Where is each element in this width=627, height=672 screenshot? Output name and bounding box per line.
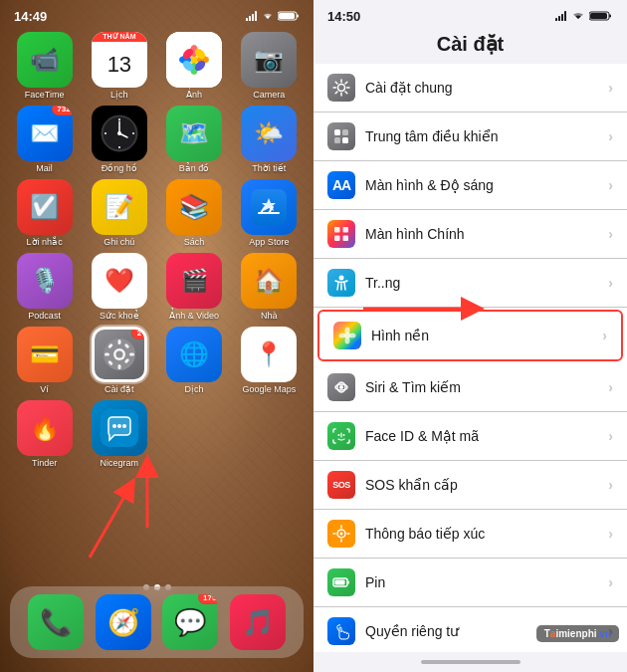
chevron-sos: › <box>608 477 613 493</box>
app-clock[interactable]: Đồng hồ <box>85 106 153 173</box>
svg-rect-66 <box>334 236 340 242</box>
app-photos[interactable]: Ảnh <box>160 32 229 100</box>
settings-item-siri[interactable]: Siri & Tìm kiếm › <box>314 363 627 412</box>
app-home[interactable]: 🏠 Nhà <box>235 253 304 321</box>
svg-rect-47 <box>564 11 566 21</box>
settings-item-accessibility[interactable]: Tr..ng › <box>314 259 627 308</box>
dock-music[interactable]: 🎵 <box>230 594 286 650</box>
app-appstore[interactable]: App Store <box>235 179 304 247</box>
left-phone-panel: 14:49 📹 FaceTime THỨ NĂM 13 Lịch <box>0 0 314 672</box>
settings-item-display[interactable]: AA Màn hình & Độ sáng › <box>314 161 627 210</box>
app-podcast[interactable]: 🎙️ Podcast <box>10 253 79 321</box>
svg-rect-32 <box>129 353 134 356</box>
chevron-exposure: › <box>608 526 613 542</box>
settings-icon-privacy <box>327 617 355 645</box>
battery-icon <box>278 11 300 21</box>
app-mail[interactable]: ✉️ 732 Mail <box>10 106 79 173</box>
settings-icon-faceid <box>327 422 355 450</box>
app-camera[interactable]: 📷 Camera <box>235 32 304 100</box>
settings-icon-exposure <box>327 520 355 548</box>
svg-point-76 <box>339 385 343 389</box>
settings-item-faceid[interactable]: Face ID & Mật mã › <box>314 412 627 461</box>
settings-list[interactable]: Cài đặt chung › Trung tâm điều khiển › A… <box>314 64 627 652</box>
svg-rect-63 <box>342 137 348 143</box>
siri-icon <box>332 378 350 396</box>
svg-rect-6 <box>297 15 299 18</box>
settings-gear-icon <box>103 337 136 371</box>
svg-rect-65 <box>343 227 349 233</box>
watermark: T a imienphi .vn <box>536 625 619 642</box>
svg-rect-44 <box>555 18 557 21</box>
exposure-icon <box>332 525 350 543</box>
dock-phone[interactable]: 📞 <box>28 594 84 650</box>
app-label-vi: Ví <box>40 384 49 394</box>
gear-icon <box>332 79 350 97</box>
app-translate[interactable]: 🌐 Dịch <box>160 327 229 394</box>
dock-messages[interactable]: 💬 175 <box>162 594 218 650</box>
app-vi[interactable]: 💳 Ví <box>10 327 79 394</box>
svg-point-20 <box>117 131 121 135</box>
face-id-icon <box>332 427 350 445</box>
settings-item-homescreen[interactable]: Màn hình Chính › <box>314 210 627 259</box>
settings-item-general[interactable]: Cài đặt chung › <box>314 64 627 112</box>
status-bar-left: 14:49 <box>0 0 314 28</box>
app-label-translate: Dịch <box>185 384 204 394</box>
app-anhvideo[interactable]: 🎬 Ảnh & Video <box>160 253 229 321</box>
dock-safari[interactable]: 🧭 <box>96 594 151 650</box>
settings-item-control[interactable]: Trung tâm điều khiển › <box>314 112 627 161</box>
app-weather[interactable]: 🌤️ Thời tiết <box>235 106 304 173</box>
app-nicegram[interactable]: Nicegram <box>85 400 153 468</box>
app-calendar[interactable]: THỨ NĂM 13 Lịch <box>85 32 153 100</box>
settings-item-exposure[interactable]: Thông báo tiếp xúc › <box>314 510 627 559</box>
chevron-homescreen: › <box>608 226 613 242</box>
svg-line-57 <box>345 92 347 94</box>
svg-rect-2 <box>252 14 254 21</box>
svg-point-38 <box>112 424 116 428</box>
watermark-tld: .vn <box>597 628 611 639</box>
app-label-nicegram: Nicegram <box>101 458 139 468</box>
status-icons-left <box>246 11 300 21</box>
app-books[interactable]: 📚 Sách <box>160 179 229 247</box>
flower-icon <box>338 327 356 344</box>
label-exposure: Thông báo tiếp xúc <box>365 526 608 542</box>
app-settings[interactable]: 2 Cài đặt <box>85 327 153 394</box>
chevron-general: › <box>608 80 613 96</box>
svg-line-59 <box>345 82 347 84</box>
svg-point-40 <box>122 424 126 428</box>
svg-rect-31 <box>104 353 109 356</box>
right-phone-panel: 14:50 Cài đặt Cài đặt chung › <box>314 0 627 672</box>
chevron-accessibility: › <box>608 275 613 291</box>
settings-item-wallpaper[interactable]: Hình nền › <box>317 310 623 361</box>
app-reminder[interactable]: ☑️ Lời nhắc <box>10 179 79 247</box>
settings-header: Cài đặt <box>314 28 627 64</box>
settings-item-battery[interactable]: Pin › <box>314 559 627 607</box>
settings-icon-accessibility <box>327 269 355 297</box>
settings-item-sos[interactable]: SOS SOS khẩn cấp › <box>314 461 627 510</box>
appstore-icon <box>251 189 287 225</box>
settings-icon-general <box>327 74 355 102</box>
status-bar-right: 14:50 <box>314 0 627 28</box>
hand-icon <box>332 622 350 640</box>
app-label-facetime: FaceTime <box>25 90 65 100</box>
app-maps[interactable]: 🗺️ Bản đồ <box>160 106 229 173</box>
svg-rect-87 <box>335 580 345 585</box>
svg-line-56 <box>335 82 337 84</box>
messages-badge: 175 <box>198 594 218 604</box>
photos-flower-icon <box>175 41 213 79</box>
svg-point-73 <box>349 334 356 338</box>
app-label-home: Nhà <box>261 311 278 321</box>
label-control: Trung tâm điều khiển <box>365 128 608 144</box>
calendar-month: THỨ NĂM <box>92 32 147 42</box>
home-indicator-bar <box>421 660 521 664</box>
app-facetime[interactable]: 📹 FaceTime <box>10 32 79 100</box>
app-label-podcast: Podcast <box>28 311 61 321</box>
battery-settings-icon <box>332 573 350 591</box>
app-label-books: Sách <box>184 237 205 247</box>
svg-rect-88 <box>347 581 349 584</box>
app-googlemaps[interactable]: 📍 Google Maps <box>235 327 304 394</box>
app-label-googlemaps: Google Maps <box>243 384 297 394</box>
app-tinder[interactable]: 🔥 Tinder <box>10 400 79 468</box>
app-notes[interactable]: 📝 Ghi chú <box>85 179 153 247</box>
svg-rect-0 <box>246 18 248 21</box>
app-health[interactable]: ❤️ Sức khoẻ <box>85 253 153 321</box>
